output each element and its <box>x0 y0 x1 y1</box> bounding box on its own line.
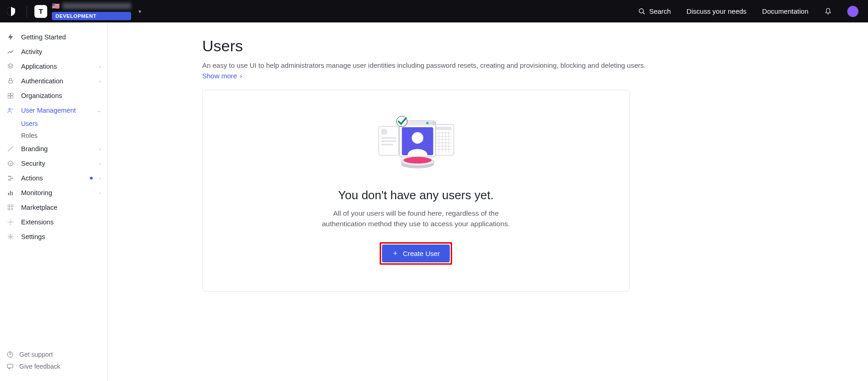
brand-logo[interactable] <box>6 6 17 17</box>
svg-rect-2 <box>8 93 11 96</box>
plus-icon <box>392 250 398 256</box>
sidebar-item-user-management[interactable]: User Management ⌄ <box>0 103 107 118</box>
sidebar-item-label: Branding <box>21 145 93 152</box>
top-header: T 🇺🇸 DEVELOPMENT ▾ Search Discuss your n… <box>0 0 868 22</box>
sidebar-item-actions[interactable]: Actions › <box>0 171 107 185</box>
svg-rect-11 <box>12 192 13 195</box>
svg-rect-12 <box>8 205 10 207</box>
help-icon <box>6 351 14 358</box>
chevron-right-icon: › <box>99 64 101 69</box>
feedback-label: Give feedback <box>19 363 61 370</box>
documentation-link[interactable]: Documentation <box>762 7 808 15</box>
get-support-link[interactable]: Get support <box>6 351 101 358</box>
svg-point-0 <box>639 9 643 13</box>
give-feedback-link[interactable]: Give feedback <box>6 363 101 370</box>
tenant-badge[interactable]: T <box>34 5 47 18</box>
sidebar-item-applications[interactable]: Applications › <box>0 59 107 74</box>
chevron-down-icon: ⌄ <box>97 108 101 114</box>
create-user-label: Create User <box>403 250 440 257</box>
svg-point-7 <box>11 109 13 110</box>
chevron-down-icon[interactable]: ▾ <box>138 8 141 15</box>
sidebar-item-label: Actions <box>21 174 81 182</box>
sidebar-item-branding[interactable]: Branding › <box>0 142 107 156</box>
puzzle-icon <box>6 218 15 226</box>
svg-rect-5 <box>11 96 13 98</box>
create-user-button[interactable]: Create User <box>382 245 450 262</box>
svg-point-8 <box>8 161 13 166</box>
svg-rect-23 <box>381 144 393 146</box>
page-description: An easy to use UI to help administrators… <box>202 61 850 69</box>
sidebar-item-marketplace[interactable]: Marketplace <box>0 200 107 215</box>
notifications-button[interactable] <box>824 7 832 16</box>
chevron-right-icon: › <box>99 190 101 196</box>
layers-icon <box>6 62 15 71</box>
sidebar-item-settings[interactable]: Settings <box>0 229 107 244</box>
org-icon <box>6 92 15 100</box>
shield-logo-icon <box>6 6 17 17</box>
discuss-link[interactable]: Discuss your needs <box>686 7 746 15</box>
lock-icon <box>6 77 15 85</box>
bell-icon <box>824 7 832 16</box>
brush-icon <box>6 145 15 153</box>
svg-rect-22 <box>381 141 396 142</box>
svg-point-38 <box>426 122 429 124</box>
sidebar-item-label: Monitoring <box>21 189 93 196</box>
bolt-icon <box>6 33 15 41</box>
svg-rect-10 <box>10 191 11 195</box>
header-nav: Search Discuss your needs Documentation <box>638 7 808 15</box>
sidebar-item-label: Extensions <box>21 218 101 226</box>
sidebar-item-monitoring[interactable]: Monitoring › <box>0 185 107 200</box>
svg-rect-21 <box>381 137 396 139</box>
sidebar-item-label: Applications <box>21 63 93 70</box>
sidebar-item-label: Security <box>21 160 93 167</box>
page-title: Users <box>202 37 850 55</box>
empty-state-card: You don't have any users yet. All of you… <box>202 90 630 292</box>
flag-icon: 🇺🇸 <box>52 2 60 10</box>
search-link[interactable]: Search <box>638 7 671 15</box>
svg-point-46 <box>404 157 431 163</box>
feedback-icon <box>6 363 14 370</box>
sidebar-item-label: Activity <box>21 48 101 55</box>
svg-point-39 <box>430 122 432 124</box>
tenant-selector[interactable]: 🇺🇸 DEVELOPMENT <box>52 2 131 20</box>
svg-rect-9 <box>8 193 9 195</box>
svg-rect-4 <box>8 96 11 98</box>
svg-rect-13 <box>11 205 13 207</box>
user-avatar[interactable] <box>847 5 859 17</box>
show-more-label: Show more <box>202 72 237 80</box>
chevron-right-icon: › <box>99 78 101 84</box>
empty-state-illustration <box>375 113 457 173</box>
svg-point-16 <box>10 236 11 238</box>
main-content: Users An easy to use UI to help administ… <box>108 22 868 381</box>
sidebar-item-security[interactable]: Security › <box>0 156 107 171</box>
trend-icon <box>6 48 15 56</box>
empty-state-title: You don't have any users yet. <box>338 188 493 202</box>
svg-point-6 <box>9 108 11 110</box>
sidebar-item-label: Settings <box>21 233 101 240</box>
sidebar-item-authentication[interactable]: Authentication › <box>0 74 107 88</box>
sidebar-item-label: Organizations <box>21 92 101 99</box>
sidebar-subitem-users[interactable]: Users <box>0 118 107 130</box>
svg-rect-3 <box>11 93 13 96</box>
search-label: Search <box>649 7 671 15</box>
environment-tag: DEVELOPMENT <box>52 12 131 20</box>
sidebar-item-organizations[interactable]: Organizations <box>0 88 107 103</box>
sidebar: Getting Started Activity Applications › … <box>0 22 108 381</box>
grid-icon <box>6 203 15 212</box>
sidebar-item-activity[interactable]: Activity <box>0 44 107 59</box>
chevron-right-icon: › <box>99 161 101 166</box>
header-divider <box>27 6 27 17</box>
svg-point-15 <box>10 221 11 223</box>
shield-icon <box>6 159 15 168</box>
svg-rect-25 <box>436 127 451 130</box>
show-more-link[interactable]: Show more › <box>202 72 242 80</box>
flow-icon <box>6 174 15 182</box>
sidebar-subnav-user-management: Users Roles <box>0 118 107 142</box>
svg-rect-20 <box>381 129 387 135</box>
empty-state-description: All of your users will be found here, re… <box>310 208 521 229</box>
sidebar-subitem-roles[interactable]: Roles <box>0 130 107 142</box>
gear-icon <box>6 233 15 241</box>
annotation-highlight: Create User <box>380 242 453 265</box>
sidebar-item-getting-started[interactable]: Getting Started <box>0 30 107 44</box>
sidebar-item-extensions[interactable]: Extensions <box>0 215 107 229</box>
